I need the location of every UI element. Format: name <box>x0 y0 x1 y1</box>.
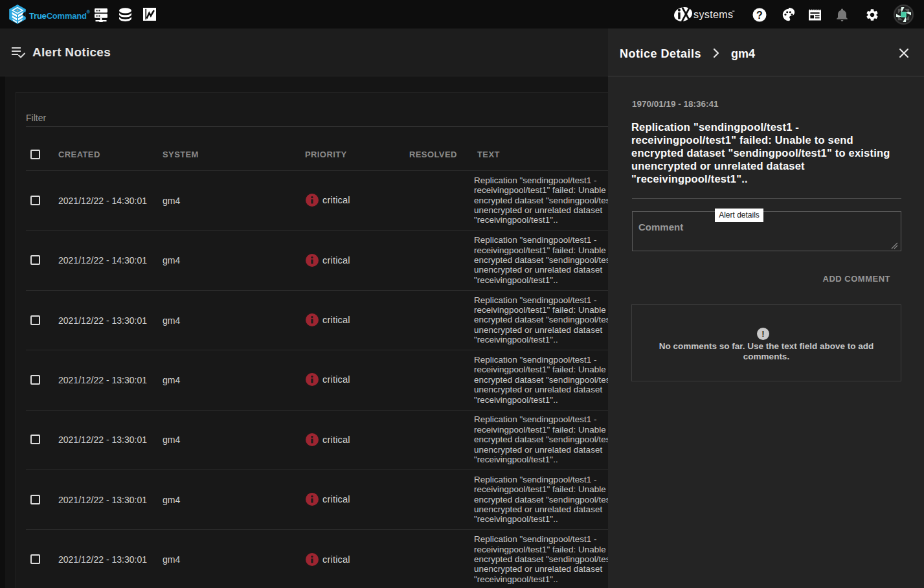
svg-text:systems: systems <box>693 9 733 20</box>
svg-text:?: ? <box>756 10 763 21</box>
